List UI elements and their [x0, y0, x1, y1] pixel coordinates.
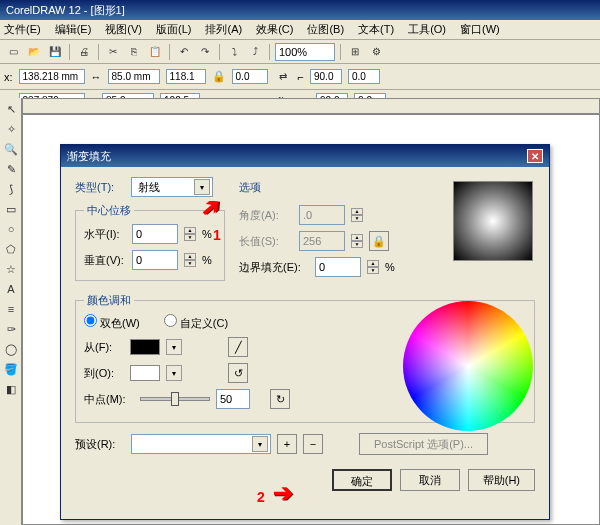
annotation-2: 2: [257, 489, 265, 505]
gradient-preview: [453, 181, 533, 261]
ok-button[interactable]: 确定: [332, 469, 392, 491]
midpoint-label: 中点(M):: [84, 392, 134, 407]
chevron-down-icon[interactable]: ▾: [252, 436, 268, 452]
redo-icon[interactable]: ↷: [196, 43, 214, 61]
color-wheel[interactable]: [403, 301, 533, 431]
zoom-tool-icon[interactable]: 🔍: [2, 140, 20, 158]
outline-tool-icon[interactable]: ◯: [2, 340, 20, 358]
polygon-tool-icon[interactable]: ⬠: [2, 240, 20, 258]
eyedropper-tool-icon[interactable]: ✑: [2, 320, 20, 338]
to-label: 到(O):: [84, 366, 124, 381]
ruler-horizontal: [22, 98, 600, 114]
standard-toolbar: ▭ 📂 💾 🖨 ✂ ⎘ 📋 ↶ ↷ ⤵ ⤴ 100% ⊞ ⚙: [0, 40, 600, 64]
dialog-title-bar[interactable]: 渐变填充 ✕: [61, 145, 549, 167]
rectangle-tool-icon[interactable]: ▭: [2, 200, 20, 218]
smart-tool-icon[interactable]: ⟆: [2, 180, 20, 198]
type-value: 射线: [134, 180, 194, 195]
app-title-bar: CorelDRAW 12 - [图形1]: [0, 0, 600, 20]
horizontal-input[interactable]: 0: [132, 224, 178, 244]
custom-radio[interactable]: 自定义(C): [164, 314, 228, 331]
cut-icon[interactable]: ✂: [104, 43, 122, 61]
vertical-spinner[interactable]: ▲▼: [184, 253, 196, 267]
offset-legend: 中心位移: [84, 203, 134, 218]
from-color[interactable]: [130, 339, 160, 355]
save-icon[interactable]: 💾: [46, 43, 64, 61]
to-color[interactable]: [130, 365, 160, 381]
path-ccw-icon[interactable]: ↺: [228, 363, 248, 383]
menu-bitmap[interactable]: 位图(B): [307, 22, 344, 37]
twocolor-radio[interactable]: 双色(W): [84, 314, 140, 331]
horizontal-label: 水平(I):: [84, 227, 126, 242]
snap-icon[interactable]: ⊞: [346, 43, 364, 61]
size-w[interactable]: 85.0 mm: [108, 69, 160, 84]
open-icon[interactable]: 📂: [25, 43, 43, 61]
to-dropdown-icon[interactable]: ▾: [166, 365, 182, 381]
type-combo[interactable]: 射线 ▾: [131, 177, 213, 197]
angle[interactable]: 0.0: [232, 69, 268, 84]
midpoint-slider[interactable]: [140, 397, 210, 401]
steps-lock-icon[interactable]: 🔒: [369, 231, 389, 251]
corner-3[interactable]: 0.0: [348, 69, 380, 84]
cancel-button[interactable]: 取消: [400, 469, 460, 491]
menu-tools[interactable]: 工具(O): [408, 22, 446, 37]
annotation-arrow-2: ➔: [273, 479, 293, 507]
lock-icon[interactable]: 🔒: [212, 70, 226, 83]
close-icon[interactable]: ✕: [527, 149, 543, 163]
print-icon[interactable]: 🖨: [75, 43, 93, 61]
blend-legend: 颜色调和: [84, 293, 134, 308]
text-tool-icon[interactable]: A: [2, 280, 20, 298]
menu-edit[interactable]: 编辑(E): [55, 22, 92, 37]
edge-label: 边界填充(E):: [239, 260, 309, 275]
menu-text[interactable]: 文本(T): [358, 22, 394, 37]
from-dropdown-icon[interactable]: ▾: [166, 339, 182, 355]
menu-arrange[interactable]: 排列(A): [205, 22, 242, 37]
interactive-fill-icon[interactable]: ◧: [2, 380, 20, 398]
menu-effects[interactable]: 效果(C): [256, 22, 293, 37]
pos-x[interactable]: 138.218 mm: [19, 69, 85, 84]
toolbox: ↖ ✧ 🔍 ✎ ⟆ ▭ ○ ⬠ ☆ A ≡ ✑ ◯ 🪣 ◧: [0, 98, 22, 525]
scale-w[interactable]: 118.1: [166, 69, 206, 84]
path-direct-icon[interactable]: ╱: [228, 337, 248, 357]
basic-shapes-icon[interactable]: ☆: [2, 260, 20, 278]
dialog-title: 渐变填充: [67, 149, 111, 164]
preset-add-icon[interactable]: +: [277, 434, 297, 454]
menu-bar: 文件(E) 编辑(E) 视图(V) 版面(L) 排列(A) 效果(C) 位图(B…: [0, 20, 600, 40]
menu-file[interactable]: 文件(E): [4, 22, 41, 37]
options-label: 选项: [239, 180, 261, 195]
paste-icon[interactable]: 📋: [146, 43, 164, 61]
midpoint-input[interactable]: 50: [216, 389, 250, 409]
export-icon[interactable]: ⤴: [246, 43, 264, 61]
undo-icon[interactable]: ↶: [175, 43, 193, 61]
blend-tool-icon[interactable]: ≡: [2, 300, 20, 318]
angle-input: .0: [299, 205, 345, 225]
menu-layout[interactable]: 版面(L): [156, 22, 191, 37]
preset-remove-icon[interactable]: −: [303, 434, 323, 454]
preset-label: 预设(R):: [75, 437, 125, 452]
zoom-level[interactable]: 100%: [275, 43, 335, 61]
corner-icon: ⌐: [298, 71, 304, 83]
fill-tool-icon[interactable]: 🪣: [2, 360, 20, 378]
options-icon[interactable]: ⚙: [367, 43, 385, 61]
steps-label: 长值(S):: [239, 234, 293, 249]
vertical-input[interactable]: 0: [132, 250, 178, 270]
menu-view[interactable]: 视图(V): [105, 22, 142, 37]
horizontal-spinner[interactable]: ▲▼: [184, 227, 196, 241]
ellipse-tool-icon[interactable]: ○: [2, 220, 20, 238]
shape-tool-icon[interactable]: ✧: [2, 120, 20, 138]
path-cw-icon[interactable]: ↻: [270, 389, 290, 409]
gradient-fill-dialog: 渐变填充 ✕ 类型(T): 射线 ▾ 选项 中心位移 水平(I): 0 ▲▼ %: [60, 144, 550, 520]
menu-window[interactable]: 窗口(W): [460, 22, 500, 37]
help-button[interactable]: 帮助(H): [468, 469, 535, 491]
freehand-tool-icon[interactable]: ✎: [2, 160, 20, 178]
new-icon[interactable]: ▭: [4, 43, 22, 61]
pick-tool-icon[interactable]: ↖: [2, 100, 20, 118]
edge-input[interactable]: 0: [315, 257, 361, 277]
import-icon[interactable]: ⤵: [225, 43, 243, 61]
angle-label: 角度(A):: [239, 208, 293, 223]
postscript-button: PostScript 选项(P)...: [359, 433, 488, 455]
preset-combo[interactable]: ▾: [131, 434, 271, 454]
corner-1[interactable]: 90.0: [310, 69, 342, 84]
edge-spinner[interactable]: ▲▼: [367, 260, 379, 274]
mirror-h-icon[interactable]: ⇄: [274, 68, 292, 86]
copy-icon[interactable]: ⎘: [125, 43, 143, 61]
